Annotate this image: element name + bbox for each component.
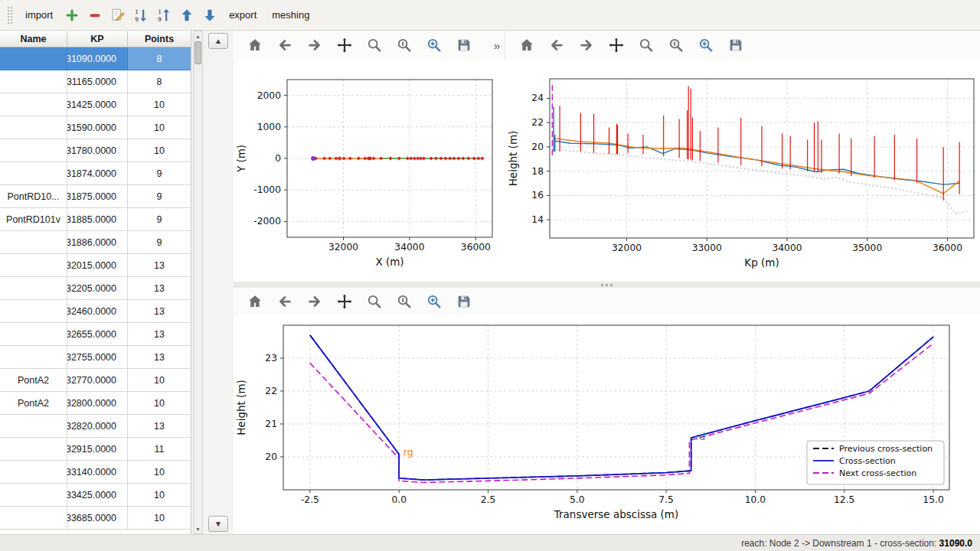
table-row[interactable]: 31780.000010 [0, 139, 191, 162]
cell-pts[interactable]: 9 [128, 185, 191, 208]
zoom-button[interactable] [635, 34, 658, 56]
table-row[interactable]: 33140.000010 [0, 461, 191, 484]
cell-kp[interactable]: 32770.0000 [67, 369, 128, 392]
export-button[interactable]: export [222, 5, 263, 24]
cell-pts[interactable]: 10 [128, 392, 191, 415]
table-row[interactable]: 32460.000013 [0, 300, 191, 323]
cell-kp[interactable]: 33140.0000 [67, 461, 128, 484]
cell-name[interactable] [0, 93, 67, 116]
sort-ascending-button[interactable] [153, 5, 175, 26]
cell-kp[interactable]: 31090.0000 [67, 47, 128, 70]
zoom-rect-button[interactable] [423, 34, 446, 56]
table-row[interactable]: 31090.00008 [0, 47, 191, 70]
zoom-rect-button[interactable] [423, 291, 446, 312]
cross-section-canvas[interactable]: rgrd-2.50.02.55.07.510.012.515.020212223… [234, 315, 980, 534]
save-figure-button[interactable] [724, 34, 747, 56]
move-up-button[interactable] [176, 5, 198, 26]
table-row[interactable]: 32915.000011 [0, 438, 191, 461]
cell-kp[interactable]: 33425.0000 [67, 484, 128, 507]
subplots-button[interactable] [393, 34, 416, 56]
cell-pts[interactable]: 11 [128, 438, 191, 461]
home-button[interactable] [243, 291, 266, 312]
table-row[interactable]: 33425.000010 [0, 484, 191, 507]
table-row[interactable]: 32015.000013 [0, 254, 191, 277]
cell-name[interactable] [0, 461, 67, 484]
cell-kp[interactable]: 31780.0000 [67, 139, 128, 162]
row-up-button[interactable]: ▲ [208, 33, 228, 49]
table-row[interactable]: 31165.00008 [0, 70, 191, 93]
cell-kp[interactable]: 31165.0000 [67, 70, 128, 93]
cell-name[interactable] [0, 254, 67, 277]
pan-button[interactable] [333, 34, 356, 56]
cell-pts[interactable]: 9 [128, 162, 191, 185]
table-row[interactable]: PontA232800.000010 [0, 392, 191, 415]
cell-name[interactable]: PontRD10... [0, 185, 67, 208]
move-down-button[interactable] [199, 5, 220, 26]
table-row[interactable]: PontA232770.000010 [0, 369, 191, 392]
save-figure-button[interactable] [452, 291, 475, 312]
cell-kp[interactable]: 32755.0000 [67, 346, 128, 369]
cell-kp[interactable]: 32655.0000 [67, 323, 128, 346]
scrollbar-thumb[interactable] [194, 41, 201, 64]
table-row[interactable]: 31874.00009 [0, 162, 191, 185]
home-button[interactable] [515, 34, 538, 56]
cell-pts[interactable]: 10 [128, 139, 191, 162]
add-cross-section-button[interactable] [61, 5, 83, 26]
table-row[interactable]: 31886.00009 [0, 231, 191, 254]
cell-name[interactable] [0, 116, 67, 139]
cell-pts[interactable]: 10 [128, 93, 191, 116]
cell-kp[interactable]: 31425.0000 [67, 93, 128, 116]
cell-pts[interactable]: 9 [128, 231, 191, 254]
cell-kp[interactable]: 31886.0000 [67, 231, 128, 254]
forward-button[interactable] [575, 34, 598, 56]
cell-kp[interactable]: 32460.0000 [67, 300, 128, 323]
cell-pts[interactable]: 10 [128, 369, 191, 392]
cell-pts[interactable]: 8 [128, 47, 191, 70]
cell-kp[interactable]: 32800.0000 [67, 392, 128, 415]
cell-name[interactable] [0, 139, 67, 162]
edit-cross-section-button[interactable] [107, 5, 129, 26]
pan-button[interactable] [333, 291, 356, 312]
cell-kp[interactable]: 31590.0000 [67, 116, 128, 139]
cell-pts[interactable]: 13 [128, 277, 191, 300]
cell-name[interactable] [0, 507, 67, 530]
cell-name[interactable] [0, 70, 67, 93]
cell-pts[interactable]: 13 [128, 254, 191, 277]
cell-pts[interactable]: 13 [128, 346, 191, 369]
zoom-rect-button[interactable] [694, 34, 717, 56]
table-row[interactable]: 32655.000013 [0, 323, 191, 346]
table-row[interactable]: 32820.000013 [0, 415, 191, 438]
cell-name[interactable] [0, 231, 67, 254]
cell-kp[interactable]: 32820.0000 [67, 415, 128, 438]
cell-name[interactable]: PontA2 [0, 369, 67, 392]
zoom-button[interactable] [363, 291, 386, 312]
cell-name[interactable] [0, 346, 67, 369]
cell-kp[interactable]: 31874.0000 [67, 162, 128, 185]
header-name[interactable]: Name [0, 31, 67, 47]
home-button[interactable] [243, 34, 266, 56]
table-row[interactable]: 31425.000010 [0, 93, 191, 116]
table-scrollbar[interactable]: ▲ ▼ [193, 31, 203, 534]
cell-name[interactable]: PontA2 [0, 392, 67, 415]
pan-button[interactable] [605, 34, 628, 56]
cell-kp[interactable]: 33685.0000 [67, 507, 128, 530]
row-down-button[interactable]: ▼ [208, 516, 228, 532]
scroll-up-arrow[interactable]: ▲ [194, 31, 202, 41]
cell-name[interactable] [0, 162, 67, 185]
cell-kp[interactable]: 32205.0000 [67, 277, 128, 300]
toolbar-grip[interactable] [7, 6, 13, 24]
cell-name[interactable] [0, 300, 67, 323]
cell-name[interactable] [0, 438, 67, 461]
toolbar-overflow-chevron[interactable]: » [494, 39, 500, 52]
cell-name[interactable] [0, 484, 67, 507]
subplots-button[interactable] [393, 291, 416, 312]
cell-name[interactable]: PontRD101v [0, 208, 67, 231]
cell-pts[interactable]: 9 [128, 208, 191, 231]
header-kp[interactable]: KP [67, 31, 128, 47]
header-points[interactable]: Points [128, 31, 191, 47]
cell-kp[interactable]: 32015.0000 [67, 254, 128, 277]
cell-kp[interactable]: 31875.0000 [67, 185, 128, 208]
sort-descending-button[interactable] [130, 5, 152, 26]
save-figure-button[interactable] [452, 34, 475, 56]
cell-pts[interactable]: 10 [128, 116, 191, 139]
